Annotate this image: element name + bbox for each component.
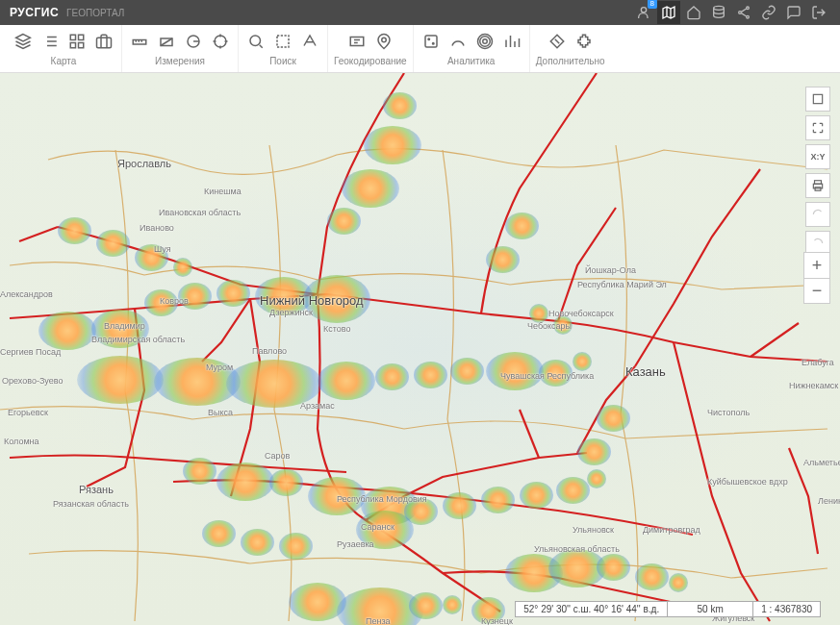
svg-point-17 (382, 38, 387, 42)
plugin-icon[interactable] (573, 30, 596, 53)
city-label: Нижнекамск (789, 381, 838, 390)
dice-icon[interactable] (420, 30, 443, 53)
zoom-in-button[interactable]: + (804, 253, 829, 278)
city-label: Республика Мордовия (337, 494, 427, 504)
tool-label-search: Поиск (269, 56, 296, 66)
ruler-icon[interactable] (128, 30, 151, 53)
user-icon[interactable]: 8 (632, 1, 655, 24)
tool-label-measure: Измерения (155, 56, 205, 66)
city-label: Республика Марий Эл (577, 280, 667, 289)
select-rect-icon[interactable] (271, 30, 294, 53)
svg-point-22 (479, 37, 490, 47)
heatmap-layer (0, 73, 840, 625)
city-label: Орехово-Зуево (2, 376, 63, 386)
svg-point-13 (215, 36, 226, 47)
tool-label-geocode: Геокодирование (334, 56, 407, 66)
svg-point-0 (641, 8, 646, 12)
print-icon[interactable] (805, 173, 830, 198)
fullscreen-icon[interactable] (805, 87, 830, 112)
svg-rect-18 (425, 36, 437, 47)
radius-icon[interactable] (182, 30, 205, 53)
svg-rect-8 (79, 43, 84, 48)
city-label: Александров (0, 289, 53, 299)
toolbar: Карта Измерения Поиск Геокодирование (0, 25, 840, 73)
city-label: Арзамас (300, 401, 335, 411)
city-label: Сергиев Посад (0, 347, 61, 357)
city-label: Казань (625, 364, 666, 379)
svg-point-4 (747, 15, 750, 18)
svg-point-1 (714, 6, 725, 10)
briefcase-icon[interactable] (92, 30, 115, 53)
city-label: Саранск (361, 522, 395, 532)
route-icon[interactable] (446, 30, 470, 53)
brand-subtitle: ГЕОПОРТАЛ (66, 8, 124, 18)
city-label: Кинешма (204, 187, 242, 196)
tool-group-geocode: Геокодирование (328, 25, 414, 72)
svg-point-21 (482, 39, 487, 44)
tool-group-map: Карта (6, 25, 122, 72)
city-label: Коломна (4, 437, 39, 446)
city-label: Дзержинск (269, 308, 313, 317)
city-label: Альметьевск (803, 458, 840, 467)
map-canvas[interactable]: ЯрославльКинешмаИвановская областьИванов… (0, 73, 840, 625)
heatmap-icon[interactable] (473, 30, 496, 53)
svg-point-14 (250, 36, 261, 46)
svg-rect-9 (97, 38, 112, 48)
geocode-icon[interactable] (345, 30, 369, 53)
link-icon[interactable] (757, 1, 780, 24)
tool-group-search: Поиск (239, 25, 328, 72)
target-icon[interactable] (209, 30, 232, 53)
undo-icon[interactable] (805, 202, 830, 227)
grid-icon[interactable] (65, 30, 89, 53)
tool-label-extra: Дополнительно (536, 56, 605, 66)
city-label: Новочебоксарск (548, 309, 614, 318)
top-header: РУСГИС ГЕОПОРТАЛ 8 (0, 0, 840, 25)
svg-point-2 (747, 7, 750, 10)
notification-badge: 8 (648, 0, 657, 9)
clear-icon[interactable] (546, 30, 569, 53)
city-label: Кузнецк (481, 616, 513, 625)
share-icon[interactable] (732, 1, 755, 24)
chart-icon[interactable] (500, 30, 523, 53)
city-label: Йошкар-Ола (585, 265, 636, 275)
home-icon[interactable] (682, 1, 705, 24)
status-bar: 52° 29' 30'' с.ш. 40° 16' 44'' в.д. 50 k… (516, 601, 821, 617)
map-icon[interactable] (657, 1, 680, 24)
city-label: Куйбышевское вдхр (707, 477, 788, 487)
side-controls: X:Y (805, 87, 830, 256)
list-icon[interactable] (38, 30, 62, 53)
zoom-out-button[interactable]: − (804, 278, 829, 303)
xy-icon[interactable]: X:Y (805, 144, 830, 169)
tool-group-extra: Дополнительно (530, 25, 611, 72)
extent-icon[interactable] (805, 115, 830, 140)
city-label: Ковров (160, 296, 189, 306)
city-label: Рязанская область (53, 499, 129, 509)
city-label: Димитровград (643, 525, 700, 535)
search-icon[interactable] (244, 30, 267, 53)
city-label: Ульяновск (573, 525, 614, 535)
svg-rect-7 (70, 43, 75, 48)
city-label: Выкса (208, 408, 233, 417)
database-icon[interactable] (707, 1, 730, 24)
svg-point-3 (739, 12, 742, 14)
city-label: Муром (206, 362, 233, 372)
city-label: Иваново (140, 223, 174, 233)
svg-rect-5 (70, 35, 75, 39)
reverse-geocode-icon[interactable] (372, 30, 395, 53)
chat-icon[interactable] (782, 1, 805, 24)
logout-icon[interactable] (807, 1, 830, 24)
scale-ratio: 1 : 4367830 (752, 601, 821, 617)
layers-icon[interactable] (12, 30, 35, 53)
svg-point-20 (432, 43, 434, 45)
city-label: Егорьевск (8, 408, 48, 417)
scale-bar: 50 km (667, 601, 753, 617)
city-label: Владимир (104, 321, 145, 331)
brand-logo: РУСГИС (10, 6, 59, 19)
area-icon[interactable] (155, 30, 178, 53)
city-label: Чистополь (707, 408, 750, 417)
city-label: Владимирская область (91, 335, 185, 344)
svg-rect-6 (79, 35, 84, 39)
tool-group-measure: Измерения (122, 25, 239, 72)
text-search-icon[interactable] (298, 30, 321, 53)
tool-label-analytics: Аналитика (447, 56, 496, 66)
